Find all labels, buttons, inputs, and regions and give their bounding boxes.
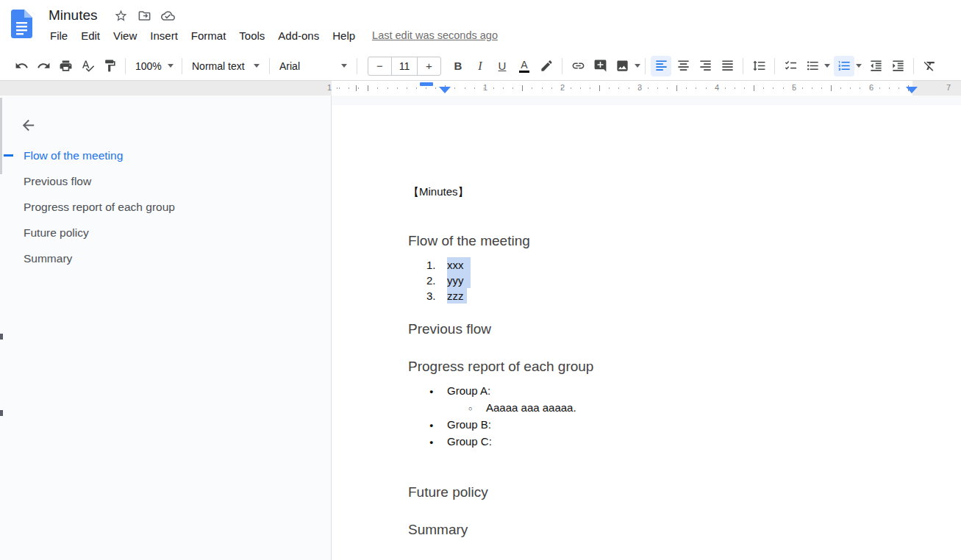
toolbar: 100% Normal text Arial − 11 + B I U A xyxy=(0,51,961,81)
doc-intro-line[interactable]: 【Minutes】 xyxy=(408,184,961,199)
highlight-color-button[interactable] xyxy=(536,56,557,76)
chevron-down-icon xyxy=(168,64,174,68)
line-spacing-button[interactable] xyxy=(749,56,769,76)
selected-text[interactable]: yyy xyxy=(447,273,471,288)
menu-view[interactable]: View xyxy=(107,29,143,42)
clear-formatting-button[interactable] xyxy=(919,56,940,76)
numbered-list-button[interactable] xyxy=(834,56,854,76)
underline-button[interactable]: U xyxy=(492,56,512,76)
checklist-icon xyxy=(784,59,798,73)
doc-heading-summary[interactable]: Summary xyxy=(408,522,961,538)
justify-button[interactable] xyxy=(717,56,737,76)
bullet-icon: ● xyxy=(429,435,447,450)
ruler-number: 5 xyxy=(792,81,796,96)
bullet-list-item[interactable]: ●Group C: xyxy=(408,434,961,450)
left-indent-marker[interactable] xyxy=(439,87,451,93)
highlighter-icon xyxy=(540,59,554,73)
move-folder-icon[interactable] xyxy=(137,8,152,23)
selected-text[interactable]: zzz xyxy=(447,288,467,304)
outline-item-flow-of-the-meeting[interactable]: Flow of the meeting xyxy=(0,143,331,168)
bullet-text[interactable]: Group B: xyxy=(447,418,491,431)
doc-heading-future[interactable]: Future policy xyxy=(408,484,961,500)
chevron-down-icon[interactable] xyxy=(824,64,830,68)
back-arrow-icon xyxy=(20,117,37,134)
checklist-button[interactable] xyxy=(780,56,801,76)
last-edit-link[interactable]: Last edit was seconds ago xyxy=(372,29,498,41)
decrease-indent-icon xyxy=(869,59,883,73)
decrease-font-size-button[interactable]: − xyxy=(368,57,391,75)
outline-item-future-policy[interactable]: Future policy xyxy=(0,220,331,245)
close-outline-button[interactable] xyxy=(18,115,38,135)
menu-file[interactable]: File xyxy=(49,29,74,42)
bold-button[interactable]: B xyxy=(448,56,468,76)
document-title[interactable]: Minutes xyxy=(49,7,98,24)
styles-dropdown[interactable]: Normal text xyxy=(187,56,265,76)
bullet-circle-icon: ○ xyxy=(468,401,486,417)
insert-link-button[interactable] xyxy=(568,56,588,76)
document-page[interactable]: 【Minutes】 Flow of the meeting 1.xxx 2.yy… xyxy=(332,105,961,560)
paint-format-button[interactable] xyxy=(99,56,120,76)
first-line-indent-marker[interactable] xyxy=(420,82,433,86)
ruler-number: 3 xyxy=(637,81,642,96)
doc-heading-flow[interactable]: Flow of the meeting xyxy=(408,233,961,249)
star-icon[interactable] xyxy=(114,8,129,23)
align-center-icon xyxy=(676,59,690,73)
numbered-list-item[interactable]: 1.xxx xyxy=(408,257,961,273)
menu-format[interactable]: Format xyxy=(185,29,233,42)
toolbar-separator xyxy=(269,58,270,74)
undo-button[interactable] xyxy=(11,56,32,76)
decrease-indent-button[interactable] xyxy=(865,56,886,76)
spellcheck-button[interactable] xyxy=(77,56,98,76)
selected-text[interactable]: xxx xyxy=(447,257,471,273)
bold-icon: B xyxy=(454,60,462,72)
italic-button[interactable]: I xyxy=(470,56,490,76)
bulleted-list-button[interactable] xyxy=(802,56,823,76)
ruler-number: 7 xyxy=(946,81,951,96)
bullet-text[interactable]: Group A: xyxy=(447,384,490,397)
bullet-list-subitem[interactable]: ○Aaaaa aaa aaaaa. xyxy=(408,400,961,417)
font-dropdown[interactable]: Arial xyxy=(274,56,352,76)
numbered-list-item[interactable]: 2.yyy xyxy=(408,273,961,288)
align-left-button[interactable] xyxy=(651,56,671,76)
doc-heading-previous[interactable]: Previous flow xyxy=(408,321,961,337)
menu-edit[interactable]: Edit xyxy=(74,29,107,42)
doc-heading-progress[interactable]: Progress report of each group xyxy=(408,359,961,375)
chevron-down-icon[interactable] xyxy=(635,64,640,68)
ruler-number: 2 xyxy=(560,81,565,96)
bullet-text[interactable]: Group C: xyxy=(447,435,492,448)
docs-logo[interactable] xyxy=(11,10,32,39)
toolbar-separator xyxy=(774,58,775,74)
outline-item-summary[interactable]: Summary xyxy=(0,245,331,271)
chevron-down-icon[interactable] xyxy=(856,64,862,68)
zoom-value: 100% xyxy=(135,60,162,72)
menu-help[interactable]: Help xyxy=(326,29,362,42)
bullet-list-item[interactable]: ●Group B: xyxy=(408,417,961,434)
text-color-icon: A xyxy=(519,60,529,73)
add-comment-button[interactable] xyxy=(590,56,610,76)
increase-indent-button[interactable] xyxy=(887,56,908,76)
bullet-text[interactable]: Aaaaa aaa aaaaa. xyxy=(486,401,576,414)
insert-image-button[interactable] xyxy=(612,56,632,76)
redo-button[interactable] xyxy=(33,56,54,76)
increase-font-size-button[interactable]: + xyxy=(418,57,440,75)
outline-item-previous-flow[interactable]: Previous flow xyxy=(0,168,331,194)
zoom-dropdown[interactable]: 100% xyxy=(130,56,177,76)
menu-tools[interactable]: Tools xyxy=(232,29,271,42)
menu-addons[interactable]: Add-ons xyxy=(271,29,326,42)
align-center-button[interactable] xyxy=(673,56,693,76)
menu-insert[interactable]: Insert xyxy=(143,29,185,42)
text-color-button[interactable]: A xyxy=(514,56,535,76)
styles-value: Normal text xyxy=(192,60,245,72)
chevron-down-icon xyxy=(254,64,260,68)
font-size-input[interactable]: 11 xyxy=(391,57,418,75)
ruler: 1 1 2 3 4 5 6 7 xyxy=(0,81,961,96)
print-button[interactable] xyxy=(55,56,76,76)
align-right-button[interactable] xyxy=(695,56,715,76)
right-indent-marker[interactable] xyxy=(906,87,918,93)
outline-list: Flow of the meeting Previous flow Progre… xyxy=(0,143,331,271)
numbered-list-item[interactable]: 3.zzz xyxy=(408,288,961,304)
cloud-status-icon[interactable] xyxy=(161,8,176,23)
bullet-list-item[interactable]: ●Group A: xyxy=(408,383,961,400)
toolbar-separator xyxy=(743,58,743,74)
outline-item-progress-report[interactable]: Progress report of each group xyxy=(0,194,331,220)
